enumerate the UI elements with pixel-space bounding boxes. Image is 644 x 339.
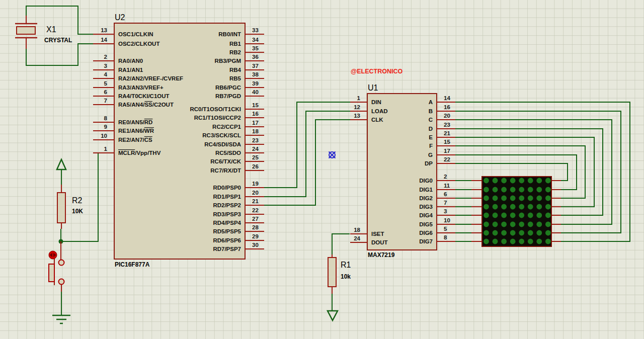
led-dot xyxy=(528,204,533,210)
led-dot xyxy=(519,204,524,210)
led-dot xyxy=(510,178,516,184)
led-dot xyxy=(510,239,516,244)
u2-pin-26-number: 26 xyxy=(252,163,259,170)
led-dot xyxy=(501,239,507,244)
u1-pin-8-number: 8 xyxy=(444,234,447,240)
u2-pin-7-number: 7 xyxy=(104,98,107,104)
led-dot xyxy=(545,204,551,210)
led-dot xyxy=(493,230,498,236)
led-dot xyxy=(519,196,524,201)
led-dot xyxy=(501,230,507,236)
crystal-value: CRYSTAL xyxy=(44,37,72,44)
u2-pin-28-label: RD5/PSP5 xyxy=(213,228,241,234)
u2-pin-23-label: RC4/SDI/SDA xyxy=(204,141,241,147)
u1-pin-16-label: B xyxy=(429,108,433,114)
crystal-ref: X1 xyxy=(46,25,56,34)
u2-pin-4-label: RA2/AN2/VREF-/CVREF xyxy=(118,75,183,81)
u2-pin-9-label: RE1/AN6/WR xyxy=(118,128,154,134)
u1-pin-7-label: DIG3 xyxy=(419,204,433,210)
led-dot xyxy=(536,230,542,236)
u2-pin-10-label: RE2/AN7/CS xyxy=(118,137,152,143)
u2-pin-19-label: RD0/PSP0 xyxy=(213,185,241,191)
u1-pin-17-label: G xyxy=(428,152,433,158)
u2-pin-27-label: RD4/PSP4 xyxy=(213,220,241,226)
u2-pin-7-label: RA5/AN4/SS/C2OUT xyxy=(118,102,174,108)
led-dot xyxy=(536,178,542,184)
u2-pin-9-number: 9 xyxy=(104,124,107,130)
u1-pin-15-label: F xyxy=(429,143,433,149)
u2-pin-40-label: RB7/PGD xyxy=(215,93,241,99)
u2-pin-39-label: RB6/PGC xyxy=(215,84,241,91)
u1-pin-21-number: 21 xyxy=(444,130,450,136)
u2-pin-13-number: 13 xyxy=(101,27,107,33)
u2-pin-3-label: RA1/AN1 xyxy=(118,67,143,73)
u2-pin-35-label: RB2 xyxy=(229,49,241,55)
u2-pin-21-number: 21 xyxy=(252,198,259,204)
led-dot xyxy=(519,187,524,193)
u2-pin-39-number: 39 xyxy=(252,80,259,87)
led-dot xyxy=(545,213,551,218)
led-matrix-body[interactable] xyxy=(482,177,551,246)
u1-pin-12-label: LOAD xyxy=(371,108,388,114)
u2-pin-22-label: RD3/PSP3 xyxy=(213,211,241,217)
led-dot xyxy=(519,178,524,184)
u2-pin-5-number: 5 xyxy=(104,80,108,87)
led-dot xyxy=(519,222,524,227)
r1-body[interactable] xyxy=(328,258,336,287)
led-dot xyxy=(510,222,516,227)
r1-ref: R1 xyxy=(341,261,351,269)
button-actuator-icon[interactable] xyxy=(49,251,57,259)
led-dot xyxy=(484,230,489,236)
u2-pin-24-number: 24 xyxy=(252,146,259,152)
u1-pin-3-number: 3 xyxy=(444,208,447,214)
u2-pin-27-number: 27 xyxy=(252,216,259,222)
u1-pin-18-label: ISET xyxy=(371,231,384,237)
led-dot xyxy=(536,213,542,218)
u2-pin-35-number: 35 xyxy=(252,45,259,51)
led-dot xyxy=(528,239,533,244)
u1-pin-21-label: E xyxy=(429,134,433,140)
led-matrix[interactable] xyxy=(482,177,551,246)
led-dot xyxy=(510,196,516,201)
led-dot xyxy=(528,196,533,201)
u1-pin-6-number: 6 xyxy=(444,191,447,197)
schematic-canvas[interactable] xyxy=(0,0,644,339)
u2-pin-38-label: RB5 xyxy=(229,75,242,81)
led-dot xyxy=(510,204,516,210)
u2-pin-30-number: 30 xyxy=(252,242,259,248)
led-dot xyxy=(536,196,542,201)
u2-pin-29-number: 29 xyxy=(252,233,259,239)
led-dot xyxy=(528,178,533,184)
led-dot xyxy=(519,213,524,218)
u1-pin-3-label: DIG4 xyxy=(419,212,433,218)
crystal-body[interactable] xyxy=(17,27,35,34)
u2-pin-13-label: OSC1/CLKIN xyxy=(118,31,153,37)
u2-pin-8-number: 8 xyxy=(104,115,108,121)
led-dot xyxy=(484,239,489,244)
r2-body[interactable] xyxy=(57,193,65,223)
chip-u2[interactable]: U2 PIC16F877A 13OSC1/CLKIN14OSC2/CLKOUT2… xyxy=(93,13,264,268)
u1-pin-20-number: 20 xyxy=(444,113,450,119)
led-dot xyxy=(528,222,533,227)
u2-pin-6-number: 6 xyxy=(104,89,107,95)
led-dot xyxy=(493,196,498,201)
u2-pin-34-number: 34 xyxy=(252,37,259,43)
u2-pin-36-label: RB3/PGM xyxy=(215,58,241,64)
u2-pin-2-number: 2 xyxy=(104,54,107,60)
led-dot xyxy=(484,196,489,201)
u2-pin-15-label: RC0/T1OSO/T1CKI xyxy=(190,106,241,112)
led-dot xyxy=(536,239,542,244)
u2-pin-15-number: 15 xyxy=(252,102,259,108)
u2-pin-17-label: RC2/CCP1 xyxy=(212,124,241,130)
u2-pin-16-label: RC1/T1OSI/CCP2 xyxy=(194,115,241,121)
u2-pin-18-label: RC3/SCK/SCL xyxy=(202,132,241,138)
led-dot xyxy=(501,222,507,227)
led-dot xyxy=(493,204,498,210)
u2-pin-25-label: RC6/TX/CK xyxy=(210,158,241,164)
u1-pin-22-number: 22 xyxy=(444,156,450,162)
button-terminal-top xyxy=(59,260,64,266)
led-dot xyxy=(528,230,533,236)
u2-pin-17-number: 17 xyxy=(252,120,259,126)
r2-value: 10K xyxy=(72,208,83,215)
u2-pin-28-number: 28 xyxy=(252,224,259,230)
